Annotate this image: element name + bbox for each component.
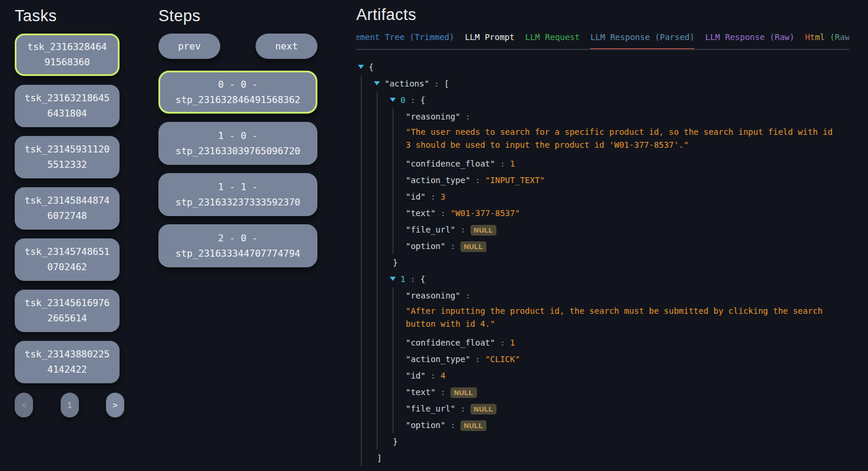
indent-guide (393, 221, 393, 238)
json-token-key: "option" (406, 241, 445, 251)
json-token-colon: : (471, 354, 485, 364)
indent-guide (393, 108, 393, 125)
indent-guide (377, 433, 377, 450)
step-item[interactable]: 1 - 1 - stp_231633237333592370 (158, 173, 317, 216)
json-token-punct: { (420, 95, 425, 105)
indent-guide (361, 172, 362, 188)
json-token-colon: : (495, 159, 510, 168)
task-item[interactable]: tsk_231458448746072748 (15, 187, 120, 230)
json-token-string: "After inputting the product id, the sea… (406, 304, 836, 330)
json-token-key: "file_url" (406, 404, 455, 413)
indent-guide (377, 271, 377, 287)
indent-guide (377, 384, 377, 400)
pagination-prev-button[interactable]: < (15, 393, 33, 417)
indent-guide (393, 188, 393, 205)
collapse-arrow-icon[interactable] (390, 98, 396, 102)
json-token-punct: { (369, 62, 373, 72)
indent-guide (377, 125, 377, 155)
indent-guide (377, 188, 377, 205)
tasks-title: Tasks (15, 7, 120, 25)
artifacts-panel: Artifacts Element Tree (Trimmed)LLM Prom… (356, 6, 849, 471)
task-item[interactable]: tsk_231438802254142422 (15, 341, 120, 383)
json-token-key: "confidence_float" (406, 159, 495, 168)
json-line: "confidence_float" : 1 (356, 334, 849, 351)
task-item[interactable]: tsk_231457486510702462 (15, 238, 120, 281)
json-token-key: "reasoning" (406, 291, 460, 300)
indent-guide (361, 254, 362, 271)
json-token-string: "CLICK" (485, 354, 520, 364)
json-line: "After inputting the product id, the sea… (356, 304, 849, 334)
indent-guide (393, 155, 393, 172)
indent-guide (377, 367, 377, 384)
null-badge: NULL (460, 420, 487, 431)
collapse-arrow-icon[interactable] (358, 65, 364, 69)
tab-html-raw[interactable]: Html (Raw) (805, 32, 849, 50)
json-token-punct: } (393, 258, 397, 267)
json-token-colon: : (405, 95, 420, 105)
json-token-colon: : (436, 387, 450, 397)
indent-guide (377, 155, 377, 172)
indent-guide (377, 400, 377, 417)
tab-llm-response-parsed[interactable]: LLM Response (Parsed) (590, 32, 694, 50)
indent-guide (377, 108, 377, 125)
indent-guide (377, 351, 377, 367)
step-item[interactable]: 2 - 0 - stp_231633344707774794 (158, 224, 317, 267)
indent-guide (361, 450, 362, 466)
tab-llm-request[interactable]: LLM Request (525, 32, 580, 50)
indent-guide (361, 287, 362, 304)
collapse-arrow-icon[interactable] (374, 81, 380, 85)
indent-guide (361, 271, 362, 287)
json-token-colon: : (455, 404, 470, 413)
indent-guide (393, 238, 393, 254)
json-token-colon: : (436, 208, 450, 218)
json-token-key: "confidence_float" (406, 338, 495, 347)
step-item[interactable]: 1 - 0 - stp_231633039765096720 (158, 122, 317, 165)
indent-guide (393, 304, 393, 334)
step-item[interactable]: 0 - 0 - stp_231632846491568362 (158, 71, 317, 114)
json-line: "The user needs to search for a specific… (356, 125, 849, 155)
indent-guide (361, 400, 362, 417)
indent-guide (393, 384, 393, 400)
null-badge: NULL (450, 387, 477, 398)
json-token-punct: } (393, 437, 397, 446)
tasks-pagination: < 1 > (15, 393, 124, 417)
pagination-page-button[interactable]: 1 (61, 393, 79, 417)
json-line: } (356, 433, 849, 450)
indent-guide (377, 417, 377, 433)
json-line: } (356, 466, 849, 471)
prev-step-button[interactable]: prev (158, 34, 220, 59)
json-line: "reasoning" : (356, 287, 849, 304)
json-token-punct: [ (444, 79, 449, 88)
json-viewer[interactable]: {"actions" : [0 : {"reasoning" :"The use… (356, 59, 849, 471)
json-line: "text" : NULL (356, 384, 849, 400)
task-item[interactable]: tsk_231456169762665614 (15, 290, 120, 332)
json-token-string: "W01-377-8537" (450, 208, 520, 218)
indent-guide (361, 334, 362, 351)
pagination-next-button[interactable]: > (106, 393, 124, 417)
task-list: tsk_231632846491568360tsk_23163218645643… (15, 34, 120, 383)
indent-guide (361, 384, 362, 400)
json-token-colon: : (445, 420, 460, 430)
json-token-colon: : (429, 79, 444, 88)
indent-guide (361, 351, 362, 367)
task-item[interactable]: tsk_231632846491568360 (15, 34, 120, 76)
json-token-colon: : (445, 241, 460, 251)
indent-guide (361, 304, 362, 334)
collapse-arrow-icon[interactable] (390, 277, 396, 281)
indent-guide (377, 221, 377, 238)
json-token-colon: : (426, 192, 440, 201)
task-item[interactable]: tsk_231632186456431804 (15, 85, 120, 127)
indent-guide (393, 367, 393, 384)
json-token-colon: : (471, 175, 485, 185)
json-line: "action_type" : "INPUT_TEXT" (356, 172, 849, 188)
tab-llm-response-raw[interactable]: LLM Response (Raw) (705, 32, 794, 50)
task-item[interactable]: tsk_231459311205512332 (15, 136, 120, 178)
json-line: ] (356, 450, 849, 466)
tab-llm-prompt[interactable]: LLM Prompt (465, 32, 514, 50)
next-step-button[interactable]: next (256, 34, 317, 59)
indent-guide (393, 334, 393, 351)
tab-element-tree-trimmed[interactable]: Element Tree (Trimmed) (356, 32, 454, 50)
json-line: } (356, 254, 849, 271)
json-line: "action_type" : "CLICK" (356, 351, 849, 367)
json-token-colon: : (460, 291, 471, 300)
